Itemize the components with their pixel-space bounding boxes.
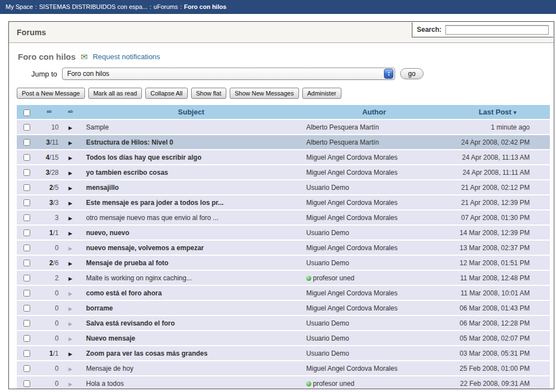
total-reply-count: /5 bbox=[53, 184, 59, 192]
breadcrumb-item-course[interactable]: SISTEMAS DISTRIBUIDOS con espa... bbox=[39, 3, 148, 10]
table-row[interactable]: 3/28 ▶ yo tambien escribo cosas Miguel A… bbox=[17, 165, 550, 179]
expand-arrow-icon[interactable]: ▶ bbox=[69, 170, 73, 176]
table-row[interactable]: 0 ▶ Nuevo mensaje Usuario Demo 05 Mar 20… bbox=[17, 331, 550, 345]
thread-subject-link[interactable]: Salva está revisando el foro bbox=[86, 319, 175, 327]
subject-cell: Mensaje de hoy bbox=[79, 361, 303, 375]
thread-subject-link[interactable]: otro mensaje nuevo mas que envio al foro… bbox=[86, 214, 218, 222]
table-row[interactable]: 3 ▶ otro mensaje nuevo mas que envio al … bbox=[17, 211, 550, 224]
post-new-message-button[interactable]: Post a New Message bbox=[17, 88, 85, 99]
thread-subject-link[interactable]: borrame bbox=[86, 304, 113, 312]
sort-messages-icon[interactable]: ᵃᵇ bbox=[47, 109, 51, 116]
table-row[interactable]: 0 ▶ nuevo mensaje, volvemos a empezar Mi… bbox=[17, 241, 550, 255]
breadcrumb-item-uforums[interactable]: uForums bbox=[154, 3, 178, 10]
table-row[interactable]: 4/15 ▶ Todos los días hay que escribir a… bbox=[17, 150, 550, 164]
expand-arrow-icon[interactable]: ▶ bbox=[69, 125, 73, 131]
row-checkbox[interactable] bbox=[23, 350, 30, 357]
table-row[interactable]: 2/6 ▶ Mensaje de prueba al foto Usuario … bbox=[17, 256, 550, 270]
expand-arrow-icon[interactable]: ▶ bbox=[69, 200, 73, 206]
thread-subject-link[interactable]: Mensaje de prueba al foto bbox=[86, 259, 168, 267]
row-select-cell bbox=[17, 346, 37, 360]
row-checkbox[interactable] bbox=[23, 230, 30, 236]
table-row[interactable]: 0 ▶ Hola a todos profesor uned 22 Feb 20… bbox=[17, 376, 550, 389]
breadcrumb-item-myspace[interactable]: My Space bbox=[6, 3, 33, 10]
expand-arrow-icon[interactable]: ▶ bbox=[69, 306, 73, 312]
thread-subject-link[interactable]: como está el foro ahora bbox=[86, 289, 161, 297]
row-checkbox[interactable] bbox=[23, 305, 30, 312]
row-checkbox[interactable] bbox=[23, 275, 30, 281]
table-row[interactable]: 0 ▶ borrame Miguel Angel Cordova Morales… bbox=[17, 301, 550, 315]
expand-arrow-icon[interactable]: ▶ bbox=[69, 351, 73, 357]
author-cell: Usuario Demo bbox=[303, 256, 445, 270]
table-row[interactable]: 1/1 ▶ Zoom para ver las cosas más grande… bbox=[17, 346, 550, 360]
row-checkbox[interactable] bbox=[23, 184, 30, 191]
table-row[interactable]: 10 ▶ Sample Alberto Pesquera Martín 1 mi… bbox=[17, 120, 550, 134]
expand-cell: ▶ bbox=[61, 120, 79, 134]
row-checkbox[interactable] bbox=[23, 139, 30, 146]
jump-to-select[interactable]: Foro con hilos ▲ ▼ bbox=[62, 68, 395, 80]
row-checkbox[interactable] bbox=[23, 335, 30, 342]
row-checkbox[interactable] bbox=[23, 380, 30, 387]
row-checkbox[interactable] bbox=[23, 260, 30, 266]
table-row[interactable]: 2/5 ▶ mensajillo Usuario Demo 21 Apr 200… bbox=[17, 180, 550, 194]
subject-column-header[interactable]: Subject bbox=[79, 105, 303, 119]
expand-arrow-icon[interactable]: ▶ bbox=[69, 291, 73, 297]
select-all-checkbox[interactable] bbox=[23, 109, 30, 116]
row-checkbox[interactable] bbox=[23, 290, 30, 297]
row-checkbox[interactable] bbox=[23, 124, 30, 131]
table-row[interactable]: 0 ▶ Mensaje de hoy Miguel Angel Cordova … bbox=[17, 361, 550, 375]
expand-arrow-icon[interactable]: ▶ bbox=[69, 216, 73, 221]
lastpost-column-header[interactable]: Last Post ▾ bbox=[445, 105, 550, 119]
row-checkbox[interactable] bbox=[23, 365, 30, 372]
search-input[interactable] bbox=[445, 25, 549, 35]
thread-subject-link[interactable]: Sample bbox=[86, 123, 109, 131]
row-checkbox[interactable] bbox=[23, 245, 30, 251]
expand-arrow-icon[interactable]: ▶ bbox=[69, 261, 73, 266]
author-cell: Usuario Demo bbox=[303, 346, 445, 360]
table-row[interactable]: 0 ▶ como está el foro ahora Miguel Angel… bbox=[17, 286, 550, 300]
collapse-all-button[interactable]: Collapse All bbox=[145, 88, 187, 99]
expand-arrow-icon[interactable]: ▶ bbox=[69, 185, 73, 191]
table-row[interactable]: 0 ▶ Salva está revisando el foro Usuario… bbox=[17, 316, 550, 330]
thread-subject-link[interactable]: nuevo, nuevo bbox=[86, 229, 129, 237]
thread-subject-link[interactable]: Hola a todos bbox=[86, 380, 123, 388]
thread-subject-link[interactable]: Malte is working on nginx caching... bbox=[86, 274, 192, 282]
thread-subject-link[interactable]: mensajillo bbox=[86, 184, 119, 192]
table-row[interactable]: 3/11 ▶ Estructura de Hilos: Nivel 0 Albe… bbox=[17, 135, 550, 149]
expand-arrow-icon[interactable]: ▶ bbox=[69, 140, 73, 146]
show-flat-button[interactable]: Show flat bbox=[191, 88, 226, 99]
row-checkbox[interactable] bbox=[23, 320, 30, 327]
sort-threads-icon[interactable]: ᵃᵇ bbox=[68, 109, 73, 116]
expand-arrow-icon[interactable]: ▶ bbox=[69, 231, 73, 236]
thread-subject-link[interactable]: Nuevo mensaje bbox=[86, 334, 135, 342]
thread-subject-link[interactable]: Este mensaje es para joder a todos los p… bbox=[86, 199, 224, 207]
table-row[interactable]: 1/1 ▶ nuevo, nuevo Usuario Demo 14 Mar 2… bbox=[17, 226, 550, 240]
row-checkbox[interactable] bbox=[23, 199, 30, 206]
table-row[interactable]: 3/3 ▶ Este mensaje es para joder a todos… bbox=[17, 195, 550, 209]
expand-arrow-icon[interactable]: ▶ bbox=[69, 336, 73, 342]
expand-arrow-icon[interactable]: ▶ bbox=[69, 321, 73, 327]
expand-arrow-icon[interactable]: ▶ bbox=[69, 276, 73, 281]
thread-subject-link[interactable]: yo tambien escribo cosas bbox=[86, 169, 168, 176]
thread-subject-link[interactable]: Zoom para ver las cosas más grandes bbox=[86, 350, 207, 357]
request-notifications-link[interactable]: Request notifications bbox=[93, 52, 160, 61]
row-checkbox[interactable] bbox=[23, 154, 30, 161]
select-all-header-cell bbox=[17, 105, 37, 119]
row-checkbox[interactable] bbox=[23, 214, 30, 221]
expand-arrow-icon[interactable]: ▶ bbox=[69, 366, 73, 372]
thread-subject-link[interactable]: nuevo mensaje, volvemos a empezar bbox=[86, 244, 204, 252]
expand-arrow-icon[interactable]: ▶ bbox=[69, 155, 73, 161]
thread-subject-link[interactable]: Mensaje de hoy bbox=[86, 365, 134, 372]
reply-count-cell: 1/1 bbox=[37, 226, 61, 240]
expand-arrow-icon[interactable]: ▶ bbox=[69, 381, 73, 387]
expand-arrow-icon[interactable]: ▶ bbox=[69, 246, 73, 251]
table-row[interactable]: 2 ▶ Malte is working on nginx caching...… bbox=[17, 271, 550, 285]
show-new-messages-button[interactable]: Show New Messages bbox=[230, 88, 299, 99]
thread-subject-link[interactable]: Todos los días hay que escribir algo bbox=[86, 154, 202, 161]
author-column-header[interactable]: Author bbox=[303, 105, 445, 119]
thread-author: Usuario Demo bbox=[306, 229, 349, 237]
mark-all-read-button[interactable]: Mark all as read bbox=[88, 88, 142, 99]
administer-button[interactable]: Administer bbox=[302, 88, 341, 99]
row-checkbox[interactable] bbox=[23, 169, 30, 176]
go-button[interactable]: go bbox=[400, 68, 423, 79]
thread-subject-link[interactable]: Estructura de Hilos: Nivel 0 bbox=[86, 138, 173, 146]
